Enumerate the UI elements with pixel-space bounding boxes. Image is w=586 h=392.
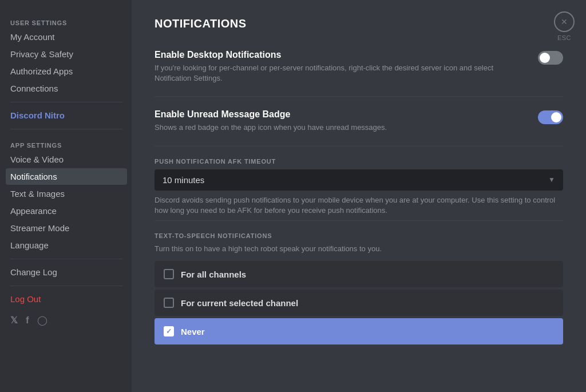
sidebar-item-connections[interactable]: Connections <box>6 80 127 97</box>
sidebar-item-label: Authorized Apps <box>10 66 73 76</box>
sidebar-item-label: Privacy & Safety <box>10 49 73 59</box>
sidebar-item-notifications[interactable]: Notifications <box>6 168 127 185</box>
esc-circle-icon: ✕ <box>554 11 575 32</box>
unread-badge-row: Enable Unread Message Badge Shows a red … <box>155 101 563 141</box>
sidebar-item-voice-video[interactable]: Voice & Video <box>6 151 127 168</box>
sidebar-divider-2 <box>10 129 122 129</box>
desktop-notifications-title: Enable Desktop Notifications <box>155 50 526 60</box>
sidebar-item-label: Streamer Mode <box>10 223 69 233</box>
desktop-notifications-text: Enable Desktop Notifications If you're l… <box>155 50 526 84</box>
sidebar-divider-3 <box>10 259 122 259</box>
push-timeout-dropdown-wrapper: 2 minutes 5 minutes 10 minutes 15 minute… <box>155 169 563 191</box>
desktop-notifications-row: Enable Desktop Notifications If you're l… <box>155 42 563 92</box>
page-title: Notifications <box>155 17 563 30</box>
checkmark-icon: ✓ <box>166 327 172 335</box>
sidebar-item-label: Change Log <box>10 267 57 277</box>
sidebar-item-log-out[interactable]: Log Out <box>6 291 127 307</box>
sidebar-item-text-images[interactable]: Text & Images <box>6 185 127 202</box>
unread-badge-text: Enable Unread Message Badge Shows a red … <box>155 109 526 133</box>
sidebar-item-label: Text & Images <box>10 189 65 199</box>
sidebar-divider-4 <box>10 286 122 286</box>
sidebar-item-discord-nitro[interactable]: Discord Nitro <box>6 107 127 124</box>
tts-option-current-channel[interactable]: For current selected channel <box>155 290 563 316</box>
sidebar-item-authorized-apps[interactable]: Authorized Apps <box>6 63 127 80</box>
tts-option-never[interactable]: ✓ Never <box>155 318 563 345</box>
main-content: ✕ ESC Notifications Enable Desktop Notif… <box>132 0 586 392</box>
tts-label-current-channel: For current selected channel <box>181 298 298 308</box>
push-timeout-label: Push Notification AFK Timeout <box>155 158 563 165</box>
tts-label-never: Never <box>181 327 205 336</box>
unread-badge-toggle[interactable] <box>538 110 563 124</box>
sidebar-item-label: Log Out <box>10 294 41 304</box>
push-timeout-desc: Discord avoids sending push notification… <box>155 195 563 216</box>
tts-checkbox-all-channels <box>164 269 174 279</box>
tts-section-label: Text-To-Speech Notifications <box>155 232 563 239</box>
tts-checkbox-current-channel <box>164 298 174 308</box>
sidebar-divider-1 <box>10 102 122 102</box>
unread-badge-knob <box>551 112 561 122</box>
instagram-icon[interactable]: ◯ <box>37 315 47 326</box>
sidebar-item-label: Appearance <box>10 206 57 216</box>
tts-label-all-channels: For all channels <box>181 270 246 279</box>
sidebar-item-streamer-mode[interactable]: Streamer Mode <box>6 220 127 236</box>
app-settings-label: App Settings <box>6 138 127 151</box>
sidebar-item-label: Voice & Video <box>10 155 64 164</box>
push-timeout-dropdown[interactable]: 2 minutes 5 minutes 10 minutes 15 minute… <box>155 169 563 191</box>
twitter-icon[interactable]: 𝕏 <box>10 315 18 326</box>
unread-badge-track[interactable] <box>538 110 563 124</box>
tts-desc: Turn this on to have a high tech robot s… <box>155 244 563 254</box>
user-settings-label: User Settings <box>6 16 127 29</box>
sidebar-item-change-log[interactable]: Change Log <box>6 264 127 280</box>
sidebar-item-appearance[interactable]: Appearance <box>6 203 127 219</box>
esc-button[interactable]: ✕ ESC <box>554 11 575 41</box>
tts-option-all-channels[interactable]: For all channels <box>155 261 563 287</box>
desktop-notifications-knob <box>540 53 550 63</box>
divider-1 <box>155 96 563 97</box>
sidebar-item-my-account[interactable]: My Account <box>6 29 127 45</box>
sidebar: User Settings My Account Privacy & Safet… <box>0 0 132 392</box>
tts-checkbox-never: ✓ <box>164 326 174 336</box>
sidebar-item-label: Language <box>10 240 49 250</box>
sidebar-item-label: Discord Nitro <box>10 110 65 120</box>
desktop-notifications-toggle[interactable] <box>538 51 563 65</box>
divider-2 <box>155 146 563 146</box>
sidebar-item-label: Notifications <box>10 172 57 181</box>
divider-3 <box>155 220 563 221</box>
desktop-notifications-track[interactable] <box>538 51 563 65</box>
sidebar-item-privacy-safety[interactable]: Privacy & Safety <box>6 46 127 62</box>
unread-badge-desc: Shows a red badge on the app icon when y… <box>155 122 526 133</box>
esc-label: ESC <box>557 34 571 41</box>
desktop-notifications-desc: If you're looking for per-channel or per… <box>155 63 526 84</box>
sidebar-item-language[interactable]: Language <box>6 237 127 254</box>
sidebar-item-label: Connections <box>10 84 58 93</box>
social-links: 𝕏 f ◯ <box>6 310 127 331</box>
facebook-icon[interactable]: f <box>26 315 29 326</box>
sidebar-item-label: My Account <box>10 32 55 42</box>
unread-badge-title: Enable Unread Message Badge <box>155 109 526 120</box>
